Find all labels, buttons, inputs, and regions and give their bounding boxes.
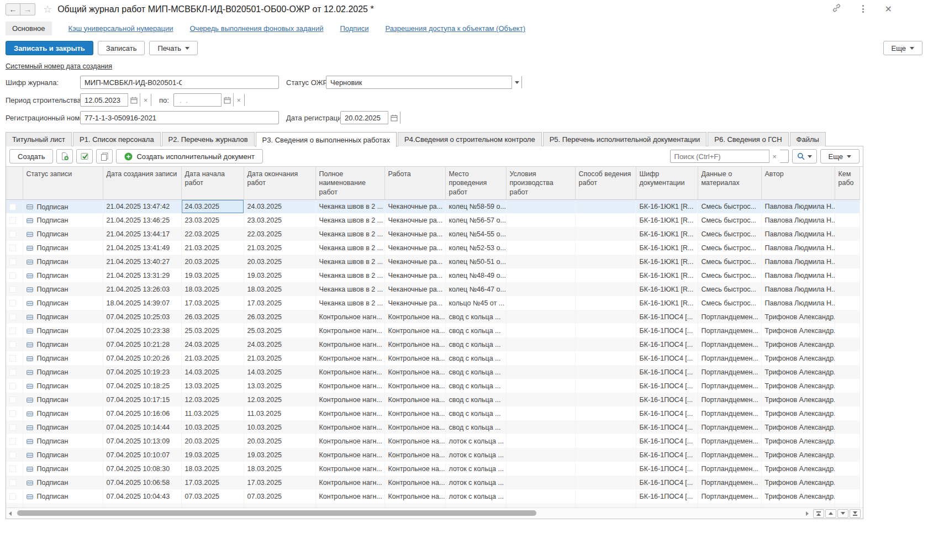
table-row[interactable]: Подписан21.04.2025 13:31:2919.03.202519.…: [6, 268, 860, 282]
cell-work[interactable]: Чеканочные ра...: [384, 227, 445, 241]
cell-conditions[interactable]: [506, 241, 575, 255]
cell-name[interactable]: Контрольное нагн...: [315, 420, 384, 434]
cell-author[interactable]: Павлова Людмила Н...: [761, 282, 835, 296]
cell-kem[interactable]: [835, 213, 860, 227]
table-row[interactable]: Подписан21.04.2025 13:40:2720.03.202520.…: [6, 255, 860, 268]
clear-date-icon[interactable]: ×: [140, 93, 151, 107]
cell-method[interactable]: [575, 448, 636, 462]
cell-end[interactable]: 20.03.2025: [244, 434, 315, 448]
cell-conditions[interactable]: [506, 268, 575, 282]
table-row[interactable]: Подписан07.04.2025 10:06:5817.03.202517.…: [6, 476, 860, 489]
cell-status[interactable]: Подписан: [23, 393, 103, 406]
cell-checkbox[interactable]: [6, 199, 23, 213]
cell-end[interactable]: 12.03.2025: [244, 393, 315, 406]
cell-place[interactable]: свод с кольца ...: [445, 310, 506, 324]
cell-checkbox[interactable]: [6, 393, 23, 406]
cell-work[interactable]: Чеканочные ра...: [384, 282, 445, 296]
row-checkbox[interactable]: [9, 369, 16, 376]
cell-conditions[interactable]: [506, 379, 575, 393]
row-checkbox[interactable]: [9, 493, 16, 500]
cell-place[interactable]: лоток с кольца ...: [445, 462, 506, 476]
cell-work[interactable]: Контрольное на...: [384, 393, 445, 406]
cell-materials[interactable]: Портландцемен...: [698, 406, 761, 420]
cell-kem[interactable]: [835, 199, 860, 213]
cell-created[interactable]: 07.04.2025 10:16:06: [103, 406, 181, 420]
cell-conditions[interactable]: [506, 434, 575, 448]
period-from-input[interactable]: [81, 94, 128, 106]
cell-created[interactable]: 07.04.2025 10:17:15: [103, 393, 181, 406]
cell-name[interactable]: Чеканка швов в 2 ...: [315, 241, 384, 255]
system-number-link[interactable]: Системный номер дата создания: [6, 62, 112, 70]
cell-method[interactable]: [575, 324, 636, 337]
cell-author[interactable]: Трифонов Александр...: [761, 476, 835, 489]
more-options-icon[interactable]: [861, 4, 865, 14]
cell-created[interactable]: 07.04.2025 10:23:38: [103, 324, 181, 337]
cell-method[interactable]: [575, 406, 636, 420]
cell-start[interactable]: 17.03.2025: [181, 476, 244, 489]
cell-author[interactable]: Павлова Людмила Н...: [761, 213, 835, 227]
add-document-icon-button[interactable]: [56, 149, 73, 163]
reg-number-input[interactable]: [81, 112, 186, 124]
cell-materials[interactable]: Портландцемен...: [698, 420, 761, 434]
cell-method[interactable]: [575, 296, 636, 310]
cell-code[interactable]: БК-16-1ПОС4 [...: [636, 365, 698, 379]
tab-2[interactable]: Р1. Список персонала: [73, 132, 161, 146]
cell-start[interactable]: 25.03.2025: [181, 324, 244, 337]
cell-start[interactable]: 19.03.2025: [181, 268, 244, 282]
cell-materials[interactable]: Портландцемен...: [698, 434, 761, 448]
cell-end[interactable]: 24.03.2025: [244, 199, 315, 213]
cell-work[interactable]: Контрольное на...: [384, 462, 445, 476]
tab-6[interactable]: Р5. Перечень исполнительной документации: [543, 132, 707, 146]
cell-end[interactable]: 07.03.2025: [244, 489, 315, 503]
cell-author[interactable]: Трифонов Александр...: [761, 393, 835, 406]
cell-kem[interactable]: [835, 337, 860, 351]
cell-checkbox[interactable]: [6, 420, 23, 434]
cell-end[interactable]: 26.03.2025: [244, 310, 315, 324]
cell-start[interactable]: 24.03.2025: [181, 337, 244, 351]
cell-code[interactable]: БК-16-1ЮК1 [R...: [636, 296, 698, 310]
cell-kem[interactable]: [835, 448, 860, 462]
cell-materials[interactable]: Портландцемен...: [698, 310, 761, 324]
cell-author[interactable]: Трифонов Александр...: [761, 351, 835, 365]
row-checkbox[interactable]: [9, 424, 16, 431]
cell-conditions[interactable]: [506, 365, 575, 379]
create-button[interactable]: Создать: [9, 149, 53, 163]
cell-place[interactable]: лоток с кольца ...: [445, 489, 506, 503]
row-checkbox[interactable]: [9, 300, 16, 307]
cell-conditions[interactable]: [506, 406, 575, 420]
cell-work[interactable]: Контрольное на...: [384, 420, 445, 434]
copy-icon-button[interactable]: [96, 149, 113, 163]
cell-created[interactable]: 07.04.2025 10:13:09: [103, 434, 181, 448]
table-row[interactable]: Подписан07.04.2025 10:17:1512.03.202512.…: [6, 393, 860, 406]
cell-status[interactable]: Подписан: [23, 227, 103, 241]
row-checkbox[interactable]: [9, 341, 16, 348]
cell-name[interactable]: Чеканка швов в 2 ...: [315, 282, 384, 296]
cell-checkbox[interactable]: [6, 351, 23, 365]
cell-checkbox[interactable]: [6, 227, 23, 241]
cell-code[interactable]: БК-16-1ПОС4 [...: [636, 448, 698, 462]
cell-start[interactable]: 21.03.2025: [181, 351, 244, 365]
cell-end[interactable]: 19.03.2025: [244, 448, 315, 462]
cell-materials[interactable]: Смесь быстрос...: [698, 227, 761, 241]
cell-materials[interactable]: Смесь быстрос...: [698, 199, 761, 213]
save-button[interactable]: Записать: [98, 41, 145, 55]
table-row[interactable]: Подписан07.04.2025 10:19:2314.03.202514.…: [6, 365, 860, 379]
cell-code[interactable]: БК-16-1ЮК1 [R...: [636, 227, 698, 241]
cell-author[interactable]: Павлова Людмила Н...: [761, 268, 835, 282]
cell-end[interactable]: 10.03.2025: [244, 420, 315, 434]
table-row[interactable]: Подписан07.04.2025 10:25:0326.03.202526.…: [6, 310, 860, 324]
cell-created[interactable]: 21.04.2025 13:31:29: [103, 268, 181, 282]
cell-end[interactable]: 19.03.2025: [244, 268, 315, 282]
cell-created[interactable]: 07.04.2025 10:20:26: [103, 351, 181, 365]
cell-materials[interactable]: Портландцемен...: [698, 476, 761, 489]
cell-materials[interactable]: Портландцемен...: [698, 393, 761, 406]
cell-method[interactable]: [575, 268, 636, 282]
cell-status[interactable]: Подписан: [23, 476, 103, 489]
reg-date-input[interactable]: [341, 112, 388, 124]
cell-conditions[interactable]: [506, 324, 575, 337]
cell-code[interactable]: БК-16-1ПОС4 [...: [636, 324, 698, 337]
cell-status[interactable]: Подписан: [23, 406, 103, 420]
more-button-list[interactable]: Еще: [820, 149, 860, 163]
cell-name[interactable]: Контрольное нагн...: [315, 406, 384, 420]
cell-checkbox[interactable]: [6, 324, 23, 337]
